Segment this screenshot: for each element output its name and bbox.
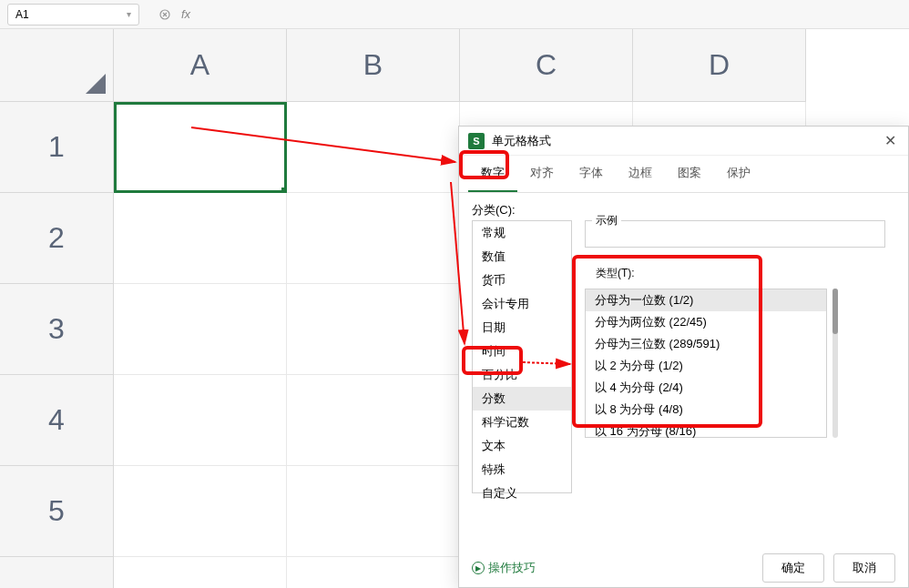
type-label: 类型(T): [592, 266, 638, 281]
select-all-corner[interactable] [0, 29, 114, 102]
app-logo-icon: S [468, 133, 485, 149]
play-icon: ▶ [472, 562, 485, 574]
category-currency[interactable]: 货币 [473, 269, 571, 292]
sample-box [585, 220, 885, 248]
cell-B3[interactable] [287, 284, 460, 375]
col-header-A[interactable]: A [114, 29, 287, 102]
tab-font[interactable]: 字体 [567, 156, 616, 192]
type-item[interactable]: 以 16 为分母 (8/16) [586, 421, 826, 442]
fx-area: fx [158, 7, 190, 22]
cell-A4[interactable] [114, 375, 287, 466]
cell-A3[interactable] [114, 284, 287, 375]
scrollbar-thumb[interactable] [832, 289, 838, 334]
row-header-6[interactable]: 6 [0, 557, 114, 588]
type-item[interactable]: 分母为两位数 (22/45) [586, 311, 826, 333]
chevron-down-icon: ▾ [127, 9, 131, 19]
dialog-footer: ▶ 操作技巧 确定 取消 [459, 549, 908, 587]
row-header-2[interactable]: 2 [0, 193, 114, 284]
corner-triangle-icon [86, 74, 106, 94]
category-time[interactable]: 时间 [473, 340, 571, 363]
fx-label[interactable]: fx [181, 7, 190, 21]
category-scientific[interactable]: 科学记数 [473, 411, 571, 434]
tips-link[interactable]: ▶ 操作技巧 [472, 560, 536, 576]
row-header-5[interactable]: 5 [0, 466, 114, 557]
cell-B4[interactable] [287, 375, 460, 466]
category-general[interactable]: 常规 [473, 221, 571, 245]
close-icon[interactable]: ✕ [881, 132, 899, 150]
tab-protect[interactable]: 保护 [714, 156, 763, 192]
cell-A6[interactable] [114, 557, 287, 588]
cell-B2[interactable] [287, 193, 460, 284]
tab-number[interactable]: 数字 [468, 156, 517, 192]
row-header-1[interactable]: 1 [0, 102, 114, 193]
cell-A5[interactable] [114, 466, 287, 557]
cell-A2[interactable] [114, 193, 287, 284]
name-box[interactable]: A1 ▾ [7, 4, 139, 25]
sample-label: 示例 [592, 213, 621, 228]
type-item[interactable]: 分母为三位数 (289/591) [586, 333, 826, 355]
dialog-body: 分类(C): 常规 数值 货币 会计专用 日期 时间 百分比 分数 科学记数 文… [459, 193, 908, 233]
category-percentage[interactable]: 百分比 [473, 363, 571, 387]
cell-B1[interactable] [287, 102, 460, 193]
formula-bar: A1 ▾ fx [0, 0, 909, 29]
cancel-button[interactable]: 取消 [833, 553, 895, 583]
type-item[interactable]: 分母为一位数 (1/2) [586, 289, 826, 311]
category-label: 分类(C): [472, 202, 895, 218]
row-header-3[interactable]: 3 [0, 284, 114, 375]
col-header-B[interactable]: B [287, 29, 460, 102]
row-header-4[interactable]: 4 [0, 375, 114, 466]
type-list[interactable]: 分母为一位数 (1/2) 分母为两位数 (22/45) 分母为三位数 (289/… [585, 289, 827, 438]
tab-alignment[interactable]: 对齐 [517, 156, 567, 192]
category-number[interactable]: 数值 [473, 245, 571, 269]
dialog-tabs: 数字 对齐 字体 边框 图案 保护 [459, 156, 908, 193]
tab-border[interactable]: 边框 [616, 156, 665, 192]
dialog-title: 单元格格式 [492, 133, 881, 149]
tab-pattern[interactable]: 图案 [665, 156, 714, 192]
category-fraction[interactable]: 分数 [473, 387, 571, 411]
cell-format-dialog: S 单元格格式 ✕ 数字 对齐 字体 边框 图案 保护 分类(C): 常规 数值… [458, 126, 909, 588]
category-date[interactable]: 日期 [473, 316, 571, 340]
dialog-titlebar: S 单元格格式 ✕ [459, 127, 908, 156]
type-item[interactable]: 以 4 为分母 (2/4) [586, 377, 826, 399]
category-custom[interactable]: 自定义 [473, 482, 571, 505]
category-list[interactable]: 常规 数值 货币 会计专用 日期 时间 百分比 分数 科学记数 文本 特殊 自定… [472, 220, 572, 493]
col-header-D[interactable]: D [633, 29, 806, 102]
category-text[interactable]: 文本 [473, 434, 571, 458]
cell-A1[interactable] [114, 102, 287, 193]
footer-buttons: 确定 取消 [762, 553, 895, 583]
category-accounting[interactable]: 会计专用 [473, 292, 571, 316]
tips-label: 操作技巧 [488, 560, 536, 576]
category-special[interactable]: 特殊 [473, 458, 571, 482]
cell-B6[interactable] [287, 557, 460, 588]
ok-button[interactable]: 确定 [762, 553, 824, 583]
cell-B5[interactable] [287, 466, 460, 557]
col-header-C[interactable]: C [460, 29, 633, 102]
type-item[interactable]: 以 2 为分母 (1/2) [586, 355, 826, 377]
type-scrollbar[interactable] [832, 289, 838, 438]
type-item[interactable]: 以 8 为分母 (4/8) [586, 399, 826, 421]
name-box-value: A1 [15, 8, 29, 21]
cancel-fx-icon[interactable] [158, 7, 172, 22]
